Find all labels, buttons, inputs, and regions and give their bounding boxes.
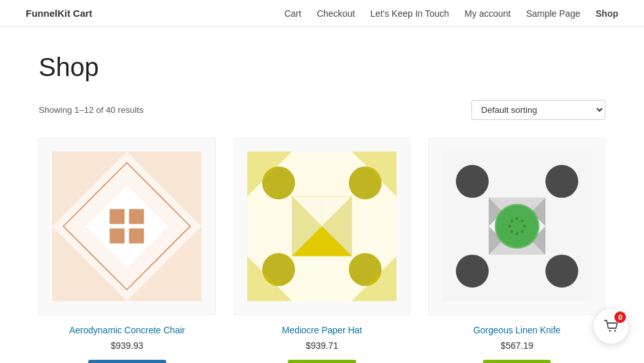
svg-point-46 <box>510 220 513 223</box>
product-card-gorgeous-linen-knife: Gorgeous Linen Knife $567.19 Add to cart <box>428 138 605 363</box>
product-name-mediocre-paper-hat[interactable]: Mediocre Paper Hat <box>282 324 363 337</box>
product-image-gorgeous-linen-knife <box>428 138 605 315</box>
nav-keep-in-touch[interactable]: Let's Keep In Touch <box>370 8 449 19</box>
svg-point-53 <box>523 225 526 228</box>
add-to-cart-mediocre-paper-hat[interactable]: Add to cart <box>288 360 355 363</box>
results-count: Showing 1–12 of 40 results <box>39 105 144 115</box>
nav-my-account[interactable]: My account <box>464 8 511 19</box>
svg-rect-7 <box>110 210 125 224</box>
cart-bubble[interactable]: 0 <box>594 309 629 344</box>
site-header: FunnelKit Cart Cart Checkout Let's Keep … <box>0 0 644 27</box>
product-name-gorgeous-linen-knife[interactable]: Gorgeous Linen Knife <box>473 324 560 337</box>
svg-point-51 <box>515 233 518 236</box>
site-logo[interactable]: FunnelKit Cart <box>26 8 92 19</box>
product-grid: Aerodynamic Concrete Chair $939.93 Add t… <box>39 138 605 363</box>
svg-rect-8 <box>129 210 144 224</box>
svg-rect-10 <box>129 229 144 244</box>
product-price-aerodynamic-concrete-chair: $939.93 <box>111 340 144 351</box>
nav-cart[interactable]: Cart <box>284 8 301 19</box>
cart-count: 0 <box>614 311 626 323</box>
nav-checkout[interactable]: Checkout <box>317 8 355 19</box>
svg-rect-9 <box>110 229 125 244</box>
svg-point-34 <box>456 255 489 288</box>
svg-point-45 <box>496 206 538 248</box>
page-title: Shop <box>39 53 605 82</box>
product-image-mediocre-paper-hat <box>234 138 411 315</box>
svg-point-54 <box>609 330 611 332</box>
product-image-aerodynamic-concrete-chair <box>39 138 216 315</box>
svg-point-50 <box>515 217 518 221</box>
svg-point-49 <box>520 230 524 233</box>
product-price-gorgeous-linen-knife: $567.19 <box>500 340 533 351</box>
svg-point-52 <box>508 225 511 228</box>
sort-select[interactable]: Default sorting Sort by popularity Sort … <box>471 100 605 120</box>
svg-point-55 <box>614 330 616 332</box>
svg-point-35 <box>545 255 578 288</box>
shop-toolbar: Showing 1–12 of 40 results Default sorti… <box>39 100 605 120</box>
nav-shop[interactable]: Shop <box>596 8 618 19</box>
product-card-aerodynamic-concrete-chair: Aerodynamic Concrete Chair $939.93 Add t… <box>39 138 216 363</box>
main-nav: Cart Checkout Let's Keep In Touch My acc… <box>284 8 618 19</box>
add-to-cart-gorgeous-linen-knife[interactable]: Add to cart <box>483 360 551 363</box>
add-to-cart-aerodynamic-concrete-chair[interactable]: Add to cart ⊕ <box>88 360 166 363</box>
main-content: Shop Showing 1–12 of 40 results Default … <box>13 27 631 363</box>
product-card-mediocre-paper-hat: Mediocre Paper Hat $939.71 Add to cart <box>234 138 411 363</box>
svg-point-33 <box>545 165 578 198</box>
svg-point-32 <box>456 165 489 198</box>
svg-point-47 <box>520 220 524 223</box>
product-price-mediocre-paper-hat: $939.71 <box>306 340 339 351</box>
product-name-aerodynamic-concrete-chair[interactable]: Aerodynamic Concrete Chair <box>69 324 185 337</box>
svg-point-48 <box>510 230 513 233</box>
nav-sample-page[interactable]: Sample Page <box>526 8 580 19</box>
